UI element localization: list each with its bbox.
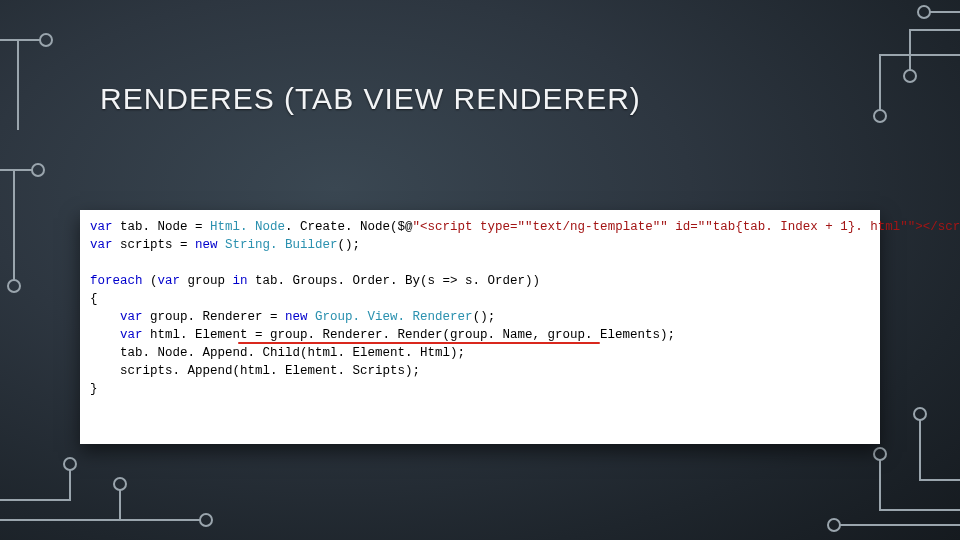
slide-title: RENDERES (TAB VIEW RENDERER) [100,82,641,116]
code-keyword: new [285,310,308,324]
code-text: tab. Node. Append. Child(html. Element. … [120,346,465,360]
code-text: group. Renderer = [143,310,286,324]
code-keyword: var [120,328,143,342]
svg-point-1 [32,164,44,176]
code-string: "<script type=""text/ng-template"" id=""… [413,220,960,234]
code-type: Group. View. Renderer [315,310,473,324]
svg-point-11 [828,519,840,531]
code-keyword: var [90,238,113,252]
svg-point-5 [200,514,212,526]
svg-point-8 [918,6,930,18]
code-indent [90,346,120,360]
code-text [218,238,226,252]
code-indent [90,364,120,378]
code-text: tab. Node = [113,220,211,234]
code-text: (); [338,238,361,252]
code-indent [90,310,120,324]
code-keyword: foreach [90,274,143,288]
code-text: (); [473,310,496,324]
code-text: group [180,274,233,288]
svg-point-4 [114,478,126,490]
svg-point-7 [874,110,886,122]
code-keyword: var [158,274,181,288]
svg-point-9 [874,448,886,460]
code-text: tab. Groups. Order. By(s => s. Order)) [248,274,541,288]
code-keyword: in [233,274,248,288]
code-text: } [90,382,98,396]
code-indent [90,328,120,342]
code-snippet: var tab. Node = Html. Node. Create. Node… [90,218,870,434]
svg-point-0 [40,34,52,46]
code-type: Html. Node [210,220,285,234]
code-text: scripts = [113,238,196,252]
code-text [308,310,316,324]
code-snippet-box: var tab. Node = Html. Node. Create. Node… [80,210,880,444]
svg-point-3 [64,458,76,470]
svg-point-10 [914,408,926,420]
code-text: . Create. Node($@ [285,220,413,234]
slide-background: RENDERES (TAB VIEW RENDERER) var tab. No… [0,0,960,540]
highlight-underline [238,342,600,344]
code-keyword: var [120,310,143,324]
code-text: { [90,292,98,306]
code-text: scripts. Append(html. Element. Scripts); [120,364,420,378]
code-text: html. Element = group. Renderer. Render(… [143,328,676,342]
circuit-top-right [810,0,960,200]
code-keyword: new [195,238,218,252]
svg-point-6 [904,70,916,82]
code-keyword: var [90,220,113,234]
code-text: ( [143,274,158,288]
code-type: String. Builder [225,238,338,252]
svg-point-2 [8,280,20,292]
